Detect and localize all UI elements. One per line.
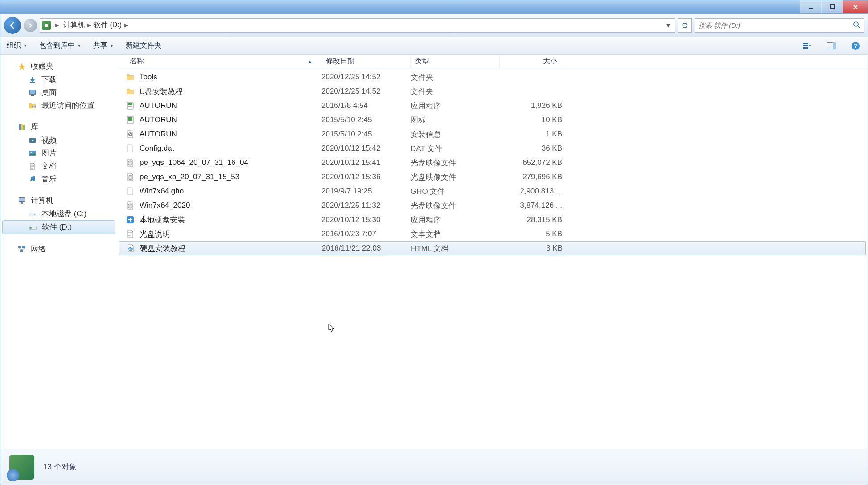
sidebar-item-downloads[interactable]: 下载 (0, 73, 117, 86)
file-row[interactable]: 本地硬盘安装2020/10/12 15:30应用程序28,315 KB (117, 213, 868, 227)
column-header-date[interactable]: 修改日期 (321, 55, 411, 68)
file-name-cell: pe_yqs_xp_20_07_31_15_53 (125, 172, 321, 182)
sidebar-item-drive-d[interactable]: 软件 (D:) (2, 220, 115, 234)
sidebar-favorites-header[interactable]: 收藏夹 (0, 59, 117, 73)
file-row[interactable]: Win7x64_20202020/12/25 11:32光盘映像文件3,874,… (117, 198, 868, 213)
file-type: 光盘映像文件 (411, 158, 500, 168)
preview-pane-button[interactable] (826, 40, 837, 52)
file-date: 2020/12/25 14:52 (321, 87, 411, 96)
txt-icon (125, 229, 135, 239)
file-name: AUTORUN (140, 101, 177, 110)
svg-rect-17 (23, 125, 25, 130)
sidebar-libraries-header[interactable]: 库 (0, 120, 117, 134)
sidebar-computer-header[interactable]: 计算机 (0, 193, 117, 207)
star-icon (17, 62, 26, 71)
sidebar-item-label: 音乐 (41, 174, 57, 184)
file-row[interactable]: pe_yqs_1064_20_07_31_16_042020/10/12 15:… (117, 156, 868, 170)
svg-rect-32 (20, 250, 23, 252)
sidebar-computer-label: 计算机 (31, 195, 53, 206)
sidebar-item-recent[interactable]: 最近访问的位置 (0, 99, 117, 112)
file-type: DAT 文件 (411, 144, 500, 154)
sidebar-item-documents[interactable]: 文档 (0, 160, 117, 173)
file-type: 文件夹 (411, 72, 500, 82)
file-row[interactable]: AUTORUN2015/5/10 2:45安装信息1 KB (117, 127, 868, 141)
file-size: 279,696 KB (500, 173, 562, 181)
include-library-menu[interactable]: 包含到库中 (39, 41, 81, 50)
exe-icon (125, 101, 135, 111)
svg-point-26 (34, 214, 35, 215)
svg-rect-1 (830, 5, 835, 9)
toolbar: 组织 包含到库中 共享 新建文件夹 ? (0, 37, 868, 55)
file-date: 2015/5/10 2:45 (321, 130, 411, 139)
file-row[interactable]: 硬盘安装教程2016/11/21 22:03HTML 文档3 KB (119, 241, 866, 255)
search-box[interactable] (695, 18, 864, 33)
main-body: 收藏夹 下载 桌面 最近访问的位置 库 视频 图片 文档 音乐 计算机 (0, 55, 868, 449)
refresh-button[interactable] (678, 18, 692, 33)
file-name-cell: 光盘说明 (125, 229, 321, 239)
search-input[interactable] (699, 21, 853, 29)
sidebar-network-header[interactable]: 网络 (0, 242, 117, 256)
file-size: 3,874,126 ... (500, 201, 562, 210)
svg-rect-22 (19, 198, 25, 201)
folder-icon (125, 86, 135, 96)
exe-blue-icon (125, 215, 135, 225)
sidebar-item-label: 视频 (41, 135, 57, 145)
address-dropdown[interactable]: ▾ (664, 21, 673, 29)
file-list[interactable]: Tools2020/12/25 14:52文件夹U盘安装教程2020/12/25… (117, 68, 868, 449)
minimize-button[interactable] (800, 0, 821, 13)
file-size: 652,072 KB (500, 158, 562, 167)
file-name-cell: 硬盘安装教程 (126, 243, 322, 254)
file-name: AUTORUN (140, 115, 177, 124)
svg-rect-19 (29, 151, 36, 156)
file-row[interactable]: Win7x64.gho2019/9/7 19:25GHO 文件2,900,813… (117, 184, 868, 198)
sidebar-computer-group: 计算机 本地磁盘 (C:) 软件 (D:) (0, 193, 117, 234)
file-date: 2016/10/23 7:07 (321, 230, 411, 238)
forward-button[interactable] (24, 19, 37, 32)
file-row[interactable]: Tools2020/12/25 14:52文件夹 (117, 70, 868, 84)
chevron-right-icon[interactable]: ▶ (53, 22, 61, 28)
sidebar-item-videos[interactable]: 视频 (0, 134, 117, 147)
share-menu[interactable]: 共享 (93, 41, 113, 50)
breadcrumb-drive[interactable]: 软件 (D:) (94, 21, 122, 30)
drive-icon (42, 21, 51, 30)
sidebar-item-drive-c[interactable]: 本地磁盘 (C:) (0, 207, 117, 220)
svg-rect-5 (803, 47, 808, 49)
new-folder-button[interactable]: 新建文件夹 (126, 41, 161, 50)
column-header-size[interactable]: 大小 (500, 55, 562, 68)
file-row[interactable]: AUTORUN2016/1/8 4:54应用程序1,926 KB (117, 99, 868, 113)
maximize-button[interactable] (821, 0, 843, 13)
column-header-name[interactable]: 名称▲ (125, 55, 321, 68)
status-bar: 13 个对象 (0, 449, 868, 485)
back-button[interactable] (4, 17, 21, 34)
column-header-type[interactable]: 类型 (411, 55, 500, 68)
sidebar-item-desktop[interactable]: 桌面 (0, 86, 117, 99)
file-type: 安装信息 (411, 129, 500, 140)
file-row[interactable]: pe_yqs_xp_20_07_31_15_532020/10/12 15:36… (117, 170, 868, 184)
svg-rect-13 (31, 95, 34, 96)
sidebar-item-label: 文档 (41, 161, 57, 171)
file-name-cell: Config.dat (125, 144, 321, 153)
breadcrumb-computer[interactable]: 计算机 (63, 21, 85, 30)
file-row[interactable]: AUTORUN2015/5/10 2:45图标10 KB (117, 113, 868, 127)
file-type: 应用程序 (411, 101, 500, 111)
file-size: 36 KB (500, 144, 562, 153)
sidebar-item-pictures[interactable]: 图片 (0, 147, 117, 160)
view-menu[interactable] (802, 40, 813, 52)
file-row[interactable]: Config.dat2020/10/12 15:42DAT 文件36 KB (117, 141, 868, 156)
sidebar-item-label: 下载 (41, 74, 57, 85)
organize-menu[interactable]: 组织 (7, 41, 27, 50)
sidebar-item-music[interactable]: 音乐 (0, 173, 117, 185)
search-icon[interactable] (853, 21, 860, 30)
file-name-cell: AUTORUN (125, 129, 321, 139)
file-size: 5 KB (500, 230, 562, 238)
file-row[interactable]: U盘安装教程2020/12/25 14:52文件夹 (117, 84, 868, 99)
address-bar[interactable]: ▶ 计算机 ▶ 软件 (D:) ▶ ▾ (40, 18, 675, 33)
ico-icon (125, 115, 135, 125)
file-row[interactable]: 光盘说明2016/10/23 7:07文本文档5 KB (117, 227, 868, 241)
help-button[interactable]: ? (850, 40, 861, 52)
download-icon (28, 75, 37, 84)
file-date: 2020/12/25 11:32 (321, 201, 411, 210)
close-button[interactable] (843, 0, 868, 13)
titlebar (0, 0, 868, 14)
library-icon (17, 123, 26, 132)
